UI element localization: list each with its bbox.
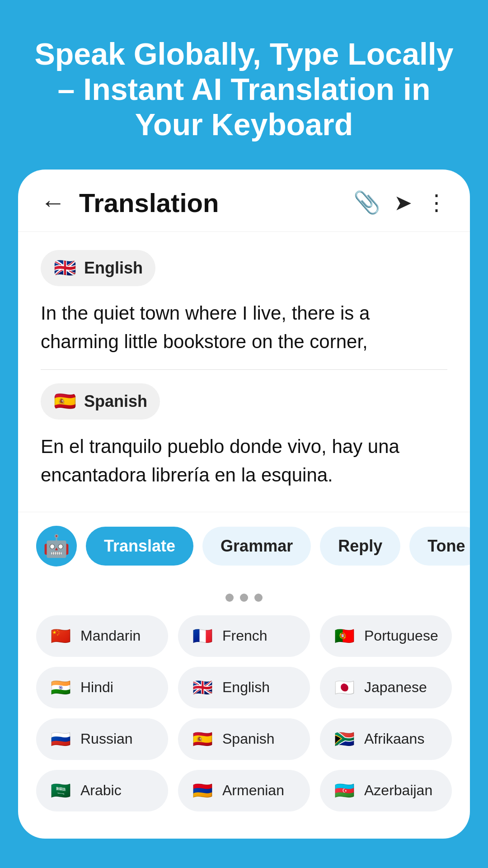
lang-item[interactable]: 🇿🇦 Afrikaans <box>320 718 452 760</box>
robot-button[interactable]: 🤖 <box>36 526 77 566</box>
lang-flag: 🇦🇿 <box>333 779 356 802</box>
translate-button[interactable]: Translate <box>86 527 193 566</box>
divider-1 <box>41 369 447 370</box>
source-lang-name: English <box>84 259 143 278</box>
lang-flag: 🇬🇧 <box>191 676 214 699</box>
target-text: En el tranquilo pueblo donde vivo, hay u… <box>41 432 447 489</box>
lang-item[interactable]: 🇫🇷 French <box>178 615 310 657</box>
lang-flag: 🇦🇲 <box>191 779 214 802</box>
lang-item-name: Russian <box>80 731 133 747</box>
source-text: In the quiet town where I live, there is… <box>41 299 447 356</box>
tone-button[interactable]: Tone <box>409 527 470 566</box>
lang-flag: 🇸🇦 <box>49 779 72 802</box>
header-section: Speak Globally, Type Locally – Instant A… <box>0 0 488 170</box>
source-lang-badge[interactable]: 🇬🇧 English <box>41 250 155 286</box>
back-button[interactable]: ← <box>41 188 66 217</box>
main-card: ← Translation 📎 ➤ ⋮ 🇬🇧 English In the qu… <box>18 170 470 839</box>
lang-item-name: Mandarin <box>80 627 141 644</box>
dots-row <box>18 580 470 606</box>
translation-area: 🇬🇧 English In the quiet town where I liv… <box>18 232 470 512</box>
lang-item[interactable]: 🇪🇸 Spanish <box>178 718 310 760</box>
header-title: Speak Globally, Type Locally – Instant A… <box>27 36 461 142</box>
lang-item-name: Portuguese <box>364 627 438 644</box>
lang-item-name: Azerbaijan <box>364 782 432 799</box>
lang-flag: 🇵🇹 <box>333 624 356 648</box>
lang-item[interactable]: 🇷🇺 Russian <box>36 718 168 760</box>
action-bar: 🤖 Translate Grammar Reply Tone <box>18 512 470 580</box>
lang-item-name: Arabic <box>80 782 122 799</box>
card-title: Translation <box>79 188 353 218</box>
lang-flag: 🇷🇺 <box>49 727 72 751</box>
dot-2 <box>240 594 248 602</box>
send-icon[interactable]: ➤ <box>394 190 412 215</box>
lang-flag: 🇪🇸 <box>191 727 214 751</box>
lang-item[interactable]: 🇮🇳 Hindi <box>36 667 168 708</box>
lang-item-name: Spanish <box>222 731 275 747</box>
language-grid: 🇨🇳 Mandarin 🇫🇷 French 🇵🇹 Portuguese 🇮🇳 H… <box>18 606 470 839</box>
clip-icon[interactable]: 📎 <box>353 190 380 215</box>
lang-item[interactable]: 🇵🇹 Portuguese <box>320 615 452 657</box>
lang-flag: 🇨🇳 <box>49 624 72 648</box>
target-flag: 🇪🇸 <box>53 390 77 413</box>
lang-item-name: Japanese <box>364 679 427 696</box>
more-icon[interactable]: ⋮ <box>426 190 447 215</box>
lang-item[interactable]: 🇦🇿 Azerbaijan <box>320 770 452 811</box>
lang-item[interactable]: 🇸🇦 Arabic <box>36 770 168 811</box>
reply-button[interactable]: Reply <box>320 527 400 566</box>
dot-3 <box>254 594 263 602</box>
lang-flag: 🇫🇷 <box>191 624 214 648</box>
dot-1 <box>225 594 234 602</box>
target-lang-name: Spanish <box>84 392 147 411</box>
lang-item-name: Armenian <box>222 782 284 799</box>
card-header: ← Translation 📎 ➤ ⋮ <box>18 170 470 232</box>
lang-flag: 🇯🇵 <box>333 676 356 699</box>
header-icons: 📎 ➤ ⋮ <box>353 190 447 215</box>
grammar-button[interactable]: Grammar <box>202 527 311 566</box>
lang-item-name: Afrikaans <box>364 731 424 747</box>
lang-item[interactable]: 🇦🇲 Armenian <box>178 770 310 811</box>
source-flag: 🇬🇧 <box>53 256 77 280</box>
lang-item-name: English <box>222 679 270 696</box>
lang-item[interactable]: 🇨🇳 Mandarin <box>36 615 168 657</box>
target-lang-badge[interactable]: 🇪🇸 Spanish <box>41 383 160 420</box>
lang-flag: 🇮🇳 <box>49 676 72 699</box>
lang-item[interactable]: 🇯🇵 Japanese <box>320 667 452 708</box>
lang-item-name: French <box>222 627 267 644</box>
lang-item[interactable]: 🇬🇧 English <box>178 667 310 708</box>
lang-item-name: Hindi <box>80 679 113 696</box>
lang-flag: 🇿🇦 <box>333 727 356 751</box>
